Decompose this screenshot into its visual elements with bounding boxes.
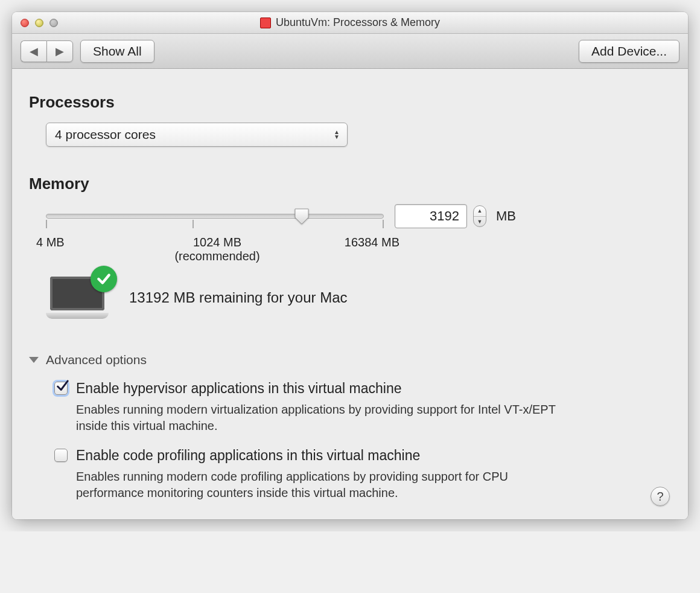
vmware-icon	[260, 18, 271, 28]
slider-recommended-label: (recommended)	[163, 249, 272, 263]
memory-stepper[interactable]: ▲ ▼	[473, 205, 486, 227]
window-title: UbuntuVm: Processors & Memory	[276, 16, 440, 29]
chevron-right-icon: ▶	[56, 45, 64, 58]
toolbar: ◀ ▶ Show All Add Device...	[12, 34, 688, 69]
memory-slider[interactable]	[46, 207, 384, 226]
question-mark-icon: ?	[657, 490, 663, 504]
memory-input[interactable]: 3192	[395, 204, 467, 228]
profiling-label: Enable code profiling applications in th…	[76, 447, 420, 464]
add-device-button[interactable]: Add Device...	[579, 40, 679, 63]
disclosure-triangle-icon	[29, 357, 39, 363]
content-area: Processors 4 processor cores ▲▼ Memory	[12, 69, 688, 519]
processor-cores-select[interactable]: 4 processor cores ▲▼	[46, 123, 348, 147]
checkmark-badge-icon	[91, 266, 117, 292]
profiling-checkbox[interactable]	[54, 449, 68, 462]
hypervisor-checkbox[interactable]	[54, 382, 68, 395]
titlebar: UbuntuVm: Processors & Memory	[12, 12, 688, 34]
memory-unit: MB	[496, 208, 516, 224]
forward-button[interactable]: ▶	[46, 40, 73, 62]
memory-remaining-label: 13192 MB remaining for your Mac	[129, 289, 348, 306]
chevron-left-icon: ◀	[30, 45, 38, 58]
processor-cores-value: 4 processor cores	[55, 127, 156, 142]
nav-back-forward: ◀ ▶	[21, 40, 73, 62]
advanced-options-label: Advanced options	[46, 353, 147, 367]
slider-min-label: 4 MB	[36, 236, 65, 249]
hypervisor-description: Enables running modern virtualization ap…	[76, 402, 571, 434]
hypervisor-label: Enable hypervisor applications in this v…	[76, 380, 402, 397]
stepper-up-icon[interactable]: ▲	[474, 206, 486, 217]
help-button[interactable]: ?	[651, 487, 670, 506]
updown-chevron-icon: ▲▼	[334, 123, 340, 146]
memory-heading: Memory	[29, 175, 671, 193]
processors-heading: Processors	[29, 93, 671, 112]
mac-laptop-icon	[46, 277, 109, 319]
slider-knob-icon[interactable]	[294, 208, 310, 225]
back-button[interactable]: ◀	[21, 40, 46, 62]
profiling-description: Enables running modern code profiling ap…	[76, 469, 571, 501]
slider-mid-label: 1024 MB	[193, 236, 241, 249]
stepper-down-icon[interactable]: ▼	[474, 217, 486, 227]
show-all-button[interactable]: Show All	[80, 40, 154, 63]
slider-max-label: 16384 MB	[345, 236, 399, 249]
advanced-options-disclosure[interactable]: Advanced options	[29, 353, 671, 367]
